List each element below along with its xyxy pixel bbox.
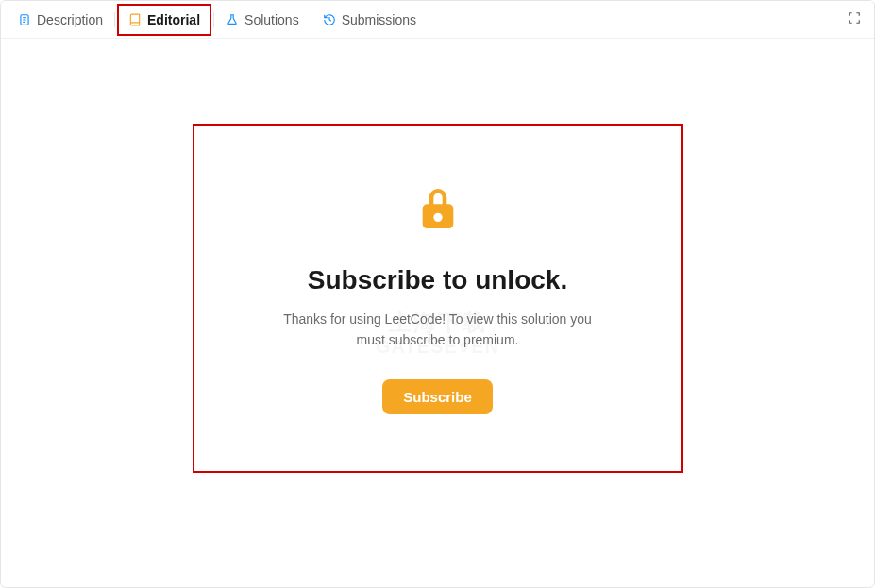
tab-editorial[interactable]: Editorial (117, 4, 211, 36)
tab-description[interactable]: Description (8, 1, 112, 38)
content-area: 上海下载 GATESEVEN Subscribe to unlock. Than… (1, 39, 874, 587)
fullscreen-button[interactable] (846, 11, 863, 28)
app-container: Description Editorial Solutions (0, 0, 875, 588)
lock-title: Subscribe to unlock. (308, 265, 567, 295)
tab-editorial-label: Editorial (147, 12, 200, 27)
lock-subtitle: Thanks for using LeetCode! To view this … (278, 309, 598, 351)
tab-separator (311, 12, 311, 27)
premium-lock-panel: Subscribe to unlock. Thanks for using Le… (193, 124, 683, 473)
lock-icon (412, 182, 464, 239)
fullscreen-icon (848, 11, 861, 28)
svg-line-5 (329, 20, 331, 21)
document-icon (18, 13, 31, 26)
tab-submissions-label: Submissions (342, 12, 416, 27)
flask-icon (226, 13, 239, 26)
subscribe-button[interactable]: Subscribe (382, 379, 493, 414)
tab-submissions[interactable]: Submissions (313, 1, 426, 38)
tab-description-label: Description (37, 12, 103, 27)
tab-solutions-label: Solutions (244, 12, 299, 27)
tab-separator (114, 12, 115, 27)
tab-separator (213, 12, 214, 27)
book-icon (128, 13, 142, 26)
tab-solutions[interactable]: Solutions (216, 1, 309, 38)
tabs-bar: Description Editorial Solutions (1, 1, 874, 39)
history-icon (323, 13, 336, 26)
